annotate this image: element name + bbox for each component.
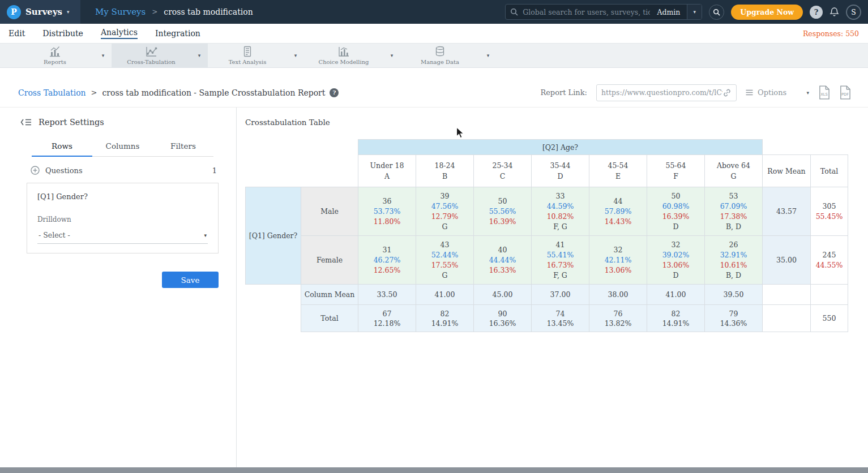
column-total-cell: 9016.36% [474,305,532,332]
cell-column-percent: 42.11% [589,255,647,265]
total-count: 79 [705,309,762,319]
save-row: Save [27,272,219,288]
row-mean-cell: 43.57 [763,187,811,236]
total-count: 82 [647,309,704,319]
tab-rows[interactable]: Rows [32,137,92,157]
topbar-actions: Admin ▾ Upgrade Now ? S [505,4,868,20]
cell-column-percent: 53.73% [358,207,416,217]
toolbar-reports-label: Reports [44,59,66,65]
tab-integration[interactable]: Integration [155,29,200,38]
tab-distribute[interactable]: Distribute [42,29,83,38]
database-icon [434,46,446,57]
cell-count: 36 [358,196,416,207]
column-letter: A [358,171,416,182]
cell-count: 41 [532,240,589,250]
age-group-row: [Q2] Age? [246,140,848,155]
save-button[interactable]: Save [162,272,219,288]
export-xls-button[interactable]: XLS [818,85,830,100]
cell-significance: D [647,222,704,232]
toolbar-text-analysis-caret[interactable]: ▾ [287,44,304,67]
cell-column-percent: 55.41% [532,250,589,260]
cell-row-percent: 10.82% [532,212,589,222]
chevron-down-icon: ▾ [67,9,70,15]
column-header: 45-54E [589,155,647,187]
toolbar-choice-modelling[interactable]: Choice Modelling ▾ [304,44,400,67]
search-input[interactable] [519,8,653,16]
column-mean-cell: 39.50 [705,285,763,305]
search-icon [506,8,519,16]
column-total-cell: 7613.82% [589,305,647,332]
grand-total-cell: 550 [811,305,848,332]
column-total-cell: 7413.45% [532,305,589,332]
total-percent: 16.36% [474,319,531,328]
page-body: Report Settings Rows Columns Filters Que… [0,108,868,467]
column-header: 35-44D [532,155,589,187]
toolbar-cross-tabulation-main[interactable]: Cross-Tabulation [112,44,191,67]
search-scope-selector[interactable]: Admin [653,8,687,16]
toolbar-text-analysis-main[interactable]: Text Analysis [208,44,287,67]
drilldown-select[interactable]: - Select - ▾ [37,227,208,244]
collapse-panel-icon[interactable] [20,118,32,126]
options-menu[interactable]: Options ▾ [746,88,809,97]
tab-columns[interactable]: Columns [92,137,153,156]
help-button[interactable]: ? [810,6,823,19]
tab-edit[interactable]: Edit [8,29,25,38]
toolbar-cross-tabulation-caret[interactable]: ▾ [191,44,208,67]
cell-row-percent: 16.39% [474,217,531,227]
question-title: [Q1] Gender? [37,192,208,201]
toolbar-reports-caret[interactable]: ▾ [95,44,112,67]
list-icon [746,89,753,96]
total-percent: 13.45% [532,319,589,328]
search-scope-caret[interactable]: ▾ [687,5,702,19]
search-button[interactable] [709,5,724,20]
toolbar-manage-data-main[interactable]: Manage Data [400,44,480,67]
cell-row-percent: 12.65% [358,265,416,276]
data-cell: 3344.59%10.82%F, G [532,187,589,236]
toolbar-choice-modelling-caret[interactable]: ▾ [383,44,400,67]
tab-filters[interactable]: Filters [153,137,213,156]
toolbar-manage-data-caret[interactable]: ▾ [480,44,497,67]
cell-count: 44 [589,196,647,207]
total-count: 305 [811,201,848,212]
column-label: Under 18 [358,160,416,171]
toolbar-cross-tabulation[interactable]: Cross-Tabulation ▾ [112,44,208,67]
user-avatar[interactable]: S [846,5,861,20]
export-pdf-button[interactable]: PDF [839,85,851,100]
plus-circle-icon[interactable] [31,166,40,175]
help-icon[interactable]: ? [330,88,339,97]
breadcrumb-cross-tabulation[interactable]: Cross Tabulation [18,88,86,97]
cell-column-percent: 44.44% [474,255,531,265]
empty-cell [763,285,811,305]
column-letter: E [589,171,647,182]
breadcrumb-my-surveys[interactable]: My Surveys [95,7,146,17]
cell-row-percent: 16.39% [647,212,704,222]
cell-significance: F, G [532,222,589,232]
cell-significance: B, D [705,270,762,281]
toolbar-choice-modelling-main[interactable]: Choice Modelling [304,44,383,67]
window-bottom-edge [0,467,868,473]
questions-label[interactable]: Questions [45,166,83,175]
notifications-button[interactable] [829,7,839,17]
toolbar-manage-data[interactable]: Manage Data ▾ [400,44,497,67]
column-label: 55-64 [647,160,704,171]
data-cell: 4044.44%16.33% [474,236,532,285]
column-header: 55-64F [647,155,705,187]
app-logo-menu[interactable]: P Surveys ▾ [0,0,80,24]
cell-row-percent: 16.33% [474,265,531,276]
upgrade-now-button[interactable]: Upgrade Now [731,5,803,20]
cell-column-percent: 39.02% [647,250,704,260]
text-pad-icon [241,46,254,57]
toolbar-reports[interactable]: Reports ▾ [15,44,112,67]
toolbar-text-analysis[interactable]: Text Analysis ▾ [208,44,304,67]
cell-count: 40 [474,245,531,255]
link-icon[interactable] [722,88,732,97]
report-link-input[interactable] [601,88,722,97]
tab-analytics[interactable]: Analytics [101,28,138,39]
panel-header: Report Settings [0,118,236,127]
data-cell: 3947.56%12.79%G [416,187,474,236]
report-settings-panel: Report Settings Rows Columns Filters Que… [0,108,237,467]
cell-row-percent: 13.06% [647,260,704,270]
total-count: 74 [532,309,589,319]
toolbar-reports-main[interactable]: Reports [15,44,95,67]
empty-cell [811,285,848,305]
